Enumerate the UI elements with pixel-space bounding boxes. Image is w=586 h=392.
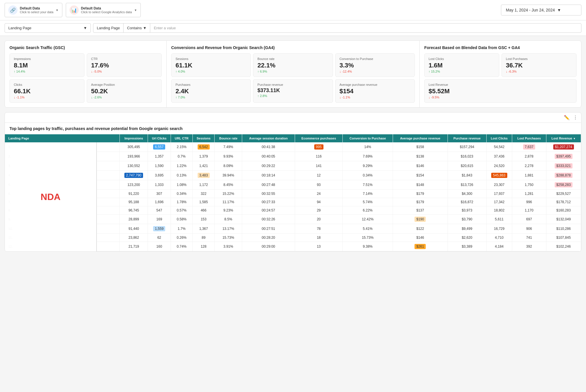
row-purchase-rev: $9,499 xyxy=(448,224,487,234)
row-lost-clicks: 37,436 xyxy=(486,152,512,161)
purchases-change: 7.0% xyxy=(176,96,246,99)
row-sessions: 1,379 xyxy=(192,152,215,161)
row-landing-page: 7. xyxy=(5,198,120,206)
row-duration: 00:27:33 xyxy=(242,198,295,206)
row-lost-revenue: $132,049 xyxy=(546,215,581,224)
row-ecomm: 78 xyxy=(295,224,343,234)
dimension-selector[interactable]: Landing Page ▼ xyxy=(5,23,91,33)
col-lost-revenue: Lost Revenue ▼ xyxy=(546,134,581,142)
row-avg-rev: $179 xyxy=(393,198,448,206)
table-row: 6. 91,220 307 0.34% 322 15.22% 00:32:55 … xyxy=(5,190,581,198)
row-landing-page: 2. xyxy=(5,152,120,161)
row-lost-revenue: $229,527 xyxy=(546,190,581,198)
row-url-ctr: 0.34% xyxy=(171,190,192,198)
row-impressions: 21,719 xyxy=(120,242,148,251)
row-avg-rev: $148 xyxy=(393,180,448,190)
table-row: 9. 28,899 169 0.58% 153 8.5% 00:32:26 20… xyxy=(5,215,581,224)
row-url-clicks: 547 xyxy=(148,206,171,215)
row-avg-rev: $190 xyxy=(393,215,448,224)
bounce-value: 22.1% xyxy=(257,62,328,69)
lost-clicks-change: 15.2% xyxy=(429,70,495,73)
lost-purchases-label: Lost Purchases xyxy=(506,57,572,61)
row-sessions: 153 xyxy=(192,215,215,224)
table-row: 8. 96,745 547 0.57% 466 9.23% 00:24:57 2… xyxy=(5,206,581,215)
col-conv-purchase: Conversion to Purchase xyxy=(343,134,393,142)
row-bounce: 7.49% xyxy=(215,142,242,152)
data-source-selector-2[interactable]: 📊 Default Data Click to select Google An… xyxy=(66,3,141,17)
row-lost-revenue: $288,878 xyxy=(546,171,581,180)
selector2-subtitle: Click to select Google Analytics data xyxy=(81,10,132,14)
col-url-clicks: Url Clicks xyxy=(148,134,171,142)
col-avg-session: Average session duration xyxy=(242,134,295,142)
sessions-value: 61.1K xyxy=(176,62,246,69)
filter-dimension-display: Landing Page xyxy=(93,24,124,32)
col-sessions: Sessions xyxy=(192,134,215,142)
impressions-label: Impressions xyxy=(14,57,80,61)
table-row: 11. 23,862 62 0.26% 89 15.73% 00:28:20 1… xyxy=(5,234,581,242)
row-impressions: 96,745 xyxy=(120,206,148,215)
table-row: 1. 305,495 6,557 2.15% 6,542 7.49% 00:41… xyxy=(5,142,581,152)
table-row: 10. 91,440 1,559 1.7% 1,367 13.17% 00:27… xyxy=(5,224,581,234)
lost-revenue-change: -9.5% xyxy=(429,96,572,99)
row-lost-clicks: 5,611 xyxy=(486,215,512,224)
table-row: 4. 2,747,790 3,695 0.13% 3,483 39.94% 00… xyxy=(5,171,581,180)
filter-condition-container: Landing Page Contains ▼ Enter a value xyxy=(93,23,581,33)
row-purchase-rev: $4,300 xyxy=(448,190,487,198)
row-url-ctr: 1.22% xyxy=(171,161,192,171)
row-impressions: 91,220 xyxy=(120,190,148,198)
metric-avg-position: Average Position 50.2K -2.6% xyxy=(87,79,162,103)
filter-value-input[interactable]: Enter a value xyxy=(150,24,581,32)
filter-condition-arrow: ▼ xyxy=(143,26,147,30)
avg-purchase-rev-value: $154 xyxy=(340,88,410,95)
row-ecomm: 18 xyxy=(295,234,343,242)
ctr-change: -5.0% xyxy=(91,70,157,73)
table-row: 7. 95,188 1,696 1.78% 1,585 11.17% 00:27… xyxy=(5,198,581,206)
row-bounce: 8.5% xyxy=(215,215,242,224)
date-range-arrow: ▼ xyxy=(557,8,561,12)
row-landing-page: 8. xyxy=(5,206,120,215)
row-duration: 00:40:05 xyxy=(242,152,295,161)
filter-condition-selector[interactable]: Contains ▼ xyxy=(124,24,150,32)
row-lost-purchases: 7,637 xyxy=(512,142,546,152)
row-conv: 9.38% xyxy=(343,242,393,251)
row-lost-purchases: 392 xyxy=(512,242,546,251)
col-avg-purchase-rev: Average purchase revenue xyxy=(393,134,448,142)
row-url-clicks: 1,590 xyxy=(148,161,171,171)
row-conv: 12.42% xyxy=(343,215,393,224)
row-url-clicks: 169 xyxy=(148,215,171,224)
filter-value-placeholder: Enter a value xyxy=(154,26,176,30)
row-landing-page: 9. xyxy=(5,215,120,224)
row-lost-clicks: 16,729 xyxy=(486,224,512,234)
row-duration: 00:18:14 xyxy=(242,171,295,180)
forecast-title: Forecast Based on Blended Data from GSC … xyxy=(424,45,577,50)
avg-position-change: -2.6% xyxy=(91,96,157,99)
row-lost-revenue: $333,021 xyxy=(546,161,581,171)
metric-sessions: Sessions 61.1K 4.0% xyxy=(171,53,251,77)
table-row: 3. 130,552 1,590 1.22% 1,421 8.09% 00:29… xyxy=(5,161,581,171)
edit-icon[interactable]: ✏️ xyxy=(564,115,570,120)
row-url-clicks: 1,333 xyxy=(148,180,171,190)
row-sessions: 1,367 xyxy=(192,224,215,234)
lost-clicks-label: Lost Clicks xyxy=(429,57,495,61)
row-lost-purchases: 1,750 xyxy=(512,180,546,190)
purchase-revenue-change: 2.8% xyxy=(257,94,328,98)
data-source-selector-1[interactable]: 🔗 Default Data Click to select your data… xyxy=(5,3,62,17)
date-range-selector[interactable]: May 1, 2024 - Jun 24, 2024 ▼ xyxy=(501,5,581,15)
row-impressions: 193,966 xyxy=(120,152,148,161)
row-duration: 00:27:51 xyxy=(242,224,295,234)
row-impressions: 95,188 xyxy=(120,198,148,206)
row-sessions: 3,483 xyxy=(192,171,215,180)
row-conv: 7.51% xyxy=(343,180,393,190)
table-section: ✏️ ⋮ Top landing pages by traffic, purch… xyxy=(5,112,581,252)
row-impressions: 130,552 xyxy=(120,161,148,171)
dimension-label: Landing Page xyxy=(8,26,31,30)
row-conv: 5.74% xyxy=(343,198,393,206)
purchase-revenue-label: Purchase revenue xyxy=(257,83,328,86)
lost-purchases-change: -6.3% xyxy=(506,70,572,73)
row-lost-purchases: 1,281 xyxy=(512,190,546,198)
more-options-icon[interactable]: ⋮ xyxy=(573,115,578,120)
table-scroll-container[interactable]: Landing Page Impressions Url Clicks URL … xyxy=(5,134,581,251)
gsc-title: Organic Search Traffic (GSC) xyxy=(9,45,162,50)
sessions-label: Sessions xyxy=(176,57,246,61)
row-bounce: 8.45% xyxy=(215,180,242,190)
